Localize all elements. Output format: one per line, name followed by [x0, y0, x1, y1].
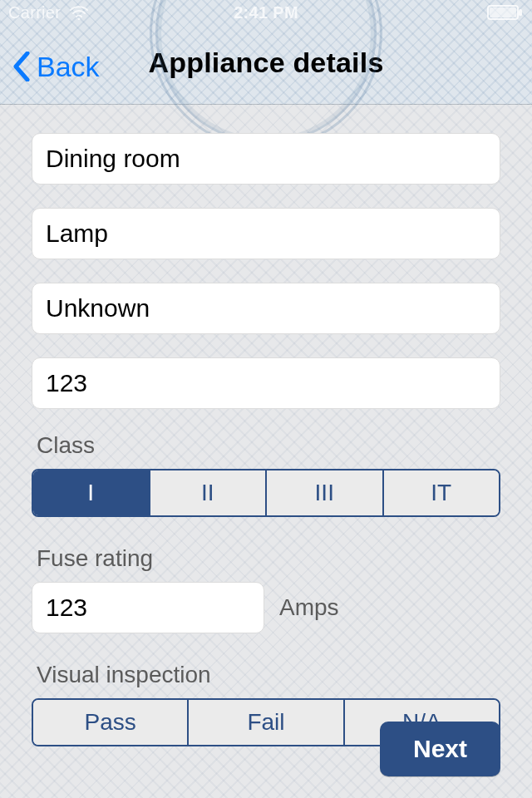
- carrier-label: Carrier: [8, 3, 61, 22]
- status-bar: Carrier 2:41 PM: [0, 0, 532, 25]
- content: Class IIIIIIIT Fuse rating Amps Visual i…: [0, 133, 532, 798]
- next-button[interactable]: Next: [380, 722, 500, 776]
- fuse-input[interactable]: [46, 594, 250, 622]
- status-time: 2:41 PM: [234, 3, 298, 22]
- svg-point-0: [78, 18, 81, 20]
- visual-option-pass[interactable]: Pass: [33, 700, 187, 745]
- visual-option-fail[interactable]: Fail: [187, 700, 342, 745]
- class-option-ii[interactable]: II: [149, 470, 266, 515]
- appliance-field[interactable]: [32, 208, 500, 259]
- serial-field[interactable]: [32, 357, 500, 409]
- battery-icon: [487, 5, 524, 20]
- class-option-i[interactable]: I: [33, 470, 149, 515]
- appliance-input[interactable]: [46, 219, 486, 248]
- class-label: Class: [37, 432, 500, 459]
- visual-label: Visual inspection: [37, 662, 500, 688]
- wifi-icon: [69, 5, 89, 20]
- class-option-iii[interactable]: III: [265, 470, 382, 515]
- fuse-row: Amps: [32, 582, 500, 633]
- svg-rect-3: [490, 7, 516, 17]
- class-option-it[interactable]: IT: [382, 470, 500, 515]
- fuse-label: Fuse rating: [37, 545, 500, 572]
- manufacturer-input[interactable]: [46, 294, 486, 323]
- manufacturer-field[interactable]: [32, 283, 500, 334]
- page-title: Appliance details: [0, 47, 532, 79]
- fuse-unit: Amps: [279, 594, 339, 621]
- svg-rect-2: [519, 9, 522, 16]
- location-field[interactable]: [32, 133, 500, 185]
- nav-header: Carrier 2:41 PM Back Appliance details: [0, 0, 532, 105]
- location-input[interactable]: [46, 145, 486, 173]
- serial-input[interactable]: [46, 369, 486, 397]
- class-segmented[interactable]: IIIIIIIT: [32, 469, 500, 517]
- fuse-field[interactable]: [32, 582, 264, 633]
